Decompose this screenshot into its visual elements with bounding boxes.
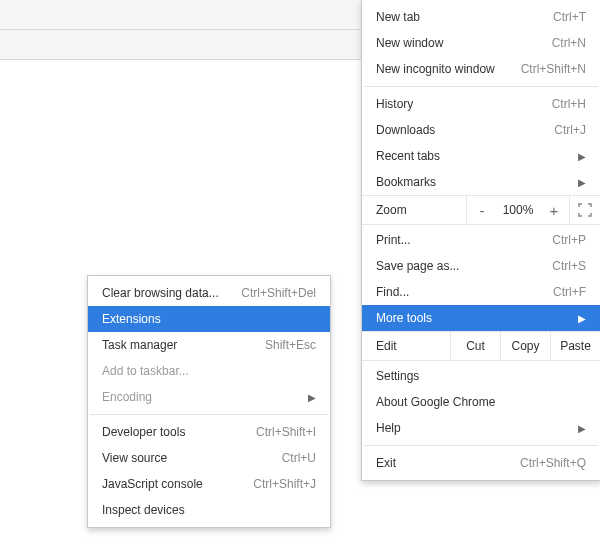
- menu-shortcut: Ctrl+N: [552, 36, 586, 50]
- zoom-in-button[interactable]: +: [539, 196, 569, 224]
- menu-label: Find...: [376, 285, 553, 299]
- menu-label: New tab: [376, 10, 553, 24]
- menu-shortcut: Ctrl+Shift+I: [256, 425, 316, 439]
- menu-label: Settings: [376, 369, 586, 383]
- menu-divider: [90, 414, 328, 415]
- menu-save-as[interactable]: Save page as...Ctrl+S: [362, 253, 600, 279]
- sub-task-manager[interactable]: Task managerShift+Esc: [88, 332, 330, 358]
- submenu-arrow-icon: ▶: [578, 177, 586, 188]
- menu-label: Task manager: [102, 338, 265, 352]
- menu-shortcut: Ctrl+Shift+N: [521, 62, 586, 76]
- menu-label: About Google Chrome: [376, 395, 586, 409]
- sub-extensions[interactable]: Extensions: [88, 306, 330, 332]
- menu-label: Bookmarks: [376, 175, 568, 189]
- copy-button[interactable]: Copy: [501, 332, 550, 360]
- sub-clear-browsing-data[interactable]: Clear browsing data...Ctrl+Shift+Del: [88, 280, 330, 306]
- menu-bookmarks[interactable]: Bookmarks▶: [362, 169, 600, 195]
- zoom-out-button[interactable]: -: [467, 196, 497, 224]
- menu-shortcut: Shift+Esc: [265, 338, 316, 352]
- menu-incognito[interactable]: New incognito windowCtrl+Shift+N: [362, 56, 600, 82]
- sub-inspect-devices[interactable]: Inspect devices: [88, 497, 330, 523]
- menu-shortcut: Ctrl+U: [282, 451, 316, 465]
- menu-shortcut: Ctrl+H: [552, 97, 586, 111]
- cut-button[interactable]: Cut: [451, 332, 500, 360]
- menu-help[interactable]: Help▶: [362, 415, 600, 441]
- menu-exit[interactable]: ExitCtrl+Shift+Q: [362, 450, 600, 476]
- zoom-level: 100%: [497, 196, 539, 224]
- menu-settings[interactable]: Settings: [362, 363, 600, 389]
- zoom-label: Zoom: [362, 196, 466, 224]
- submenu-arrow-icon: ▶: [578, 151, 586, 162]
- menu-label: JavaScript console: [102, 477, 253, 491]
- menu-history[interactable]: HistoryCtrl+H: [362, 91, 600, 117]
- menu-divider: [364, 86, 598, 87]
- menu-more-tools[interactable]: More tools▶: [362, 305, 600, 331]
- menu-label: Exit: [376, 456, 520, 470]
- submenu-arrow-icon: ▶: [308, 392, 316, 403]
- menu-label: Recent tabs: [376, 149, 568, 163]
- menu-label: Help: [376, 421, 568, 435]
- more-tools-submenu: Clear browsing data...Ctrl+Shift+Del Ext…: [87, 275, 331, 528]
- menu-zoom-row: Zoom - 100% +: [362, 195, 600, 225]
- paste-button[interactable]: Paste: [551, 332, 600, 360]
- menu-label: New incognito window: [376, 62, 521, 76]
- menu-shortcut: Ctrl+Shift+Del: [241, 286, 316, 300]
- menu-shortcut: Ctrl+P: [552, 233, 586, 247]
- menu-divider: [364, 445, 598, 446]
- menu-label: Print...: [376, 233, 552, 247]
- edit-label: Edit: [362, 332, 450, 360]
- menu-new-tab[interactable]: New tabCtrl+T: [362, 4, 600, 30]
- menu-shortcut: Ctrl+F: [553, 285, 586, 299]
- fullscreen-button[interactable]: [570, 196, 600, 224]
- sub-js-console[interactable]: JavaScript consoleCtrl+Shift+J: [88, 471, 330, 497]
- menu-recent-tabs[interactable]: Recent tabs▶: [362, 143, 600, 169]
- menu-about[interactable]: About Google Chrome: [362, 389, 600, 415]
- menu-new-window[interactable]: New windowCtrl+N: [362, 30, 600, 56]
- menu-label: More tools: [376, 311, 568, 325]
- menu-shortcut: Ctrl+T: [553, 10, 586, 24]
- fullscreen-icon: [578, 203, 592, 217]
- window-bar-2: [0, 30, 372, 60]
- menu-label: View source: [102, 451, 282, 465]
- menu-label: Downloads: [376, 123, 554, 137]
- sub-view-source[interactable]: View sourceCtrl+U: [88, 445, 330, 471]
- submenu-arrow-icon: ▶: [578, 313, 586, 324]
- menu-label: Add to taskbar...: [102, 364, 316, 378]
- menu-label: Developer tools: [102, 425, 256, 439]
- menu-label: Inspect devices: [102, 503, 316, 517]
- sub-add-to-taskbar[interactable]: Add to taskbar...: [88, 358, 330, 384]
- menu-label: Save page as...: [376, 259, 552, 273]
- menu-edit-row: Edit Cut Copy Paste: [362, 331, 600, 361]
- window-bar-1: [0, 0, 372, 30]
- menu-label: History: [376, 97, 552, 111]
- submenu-arrow-icon: ▶: [578, 423, 586, 434]
- menu-shortcut: Ctrl+Shift+J: [253, 477, 316, 491]
- menu-label: Extensions: [102, 312, 316, 326]
- menu-find[interactable]: Find...Ctrl+F: [362, 279, 600, 305]
- menu-label: Clear browsing data...: [102, 286, 241, 300]
- menu-label: Encoding: [102, 390, 298, 404]
- sub-encoding[interactable]: Encoding▶: [88, 384, 330, 410]
- sub-developer-tools[interactable]: Developer toolsCtrl+Shift+I: [88, 419, 330, 445]
- menu-downloads[interactable]: DownloadsCtrl+J: [362, 117, 600, 143]
- chrome-main-menu: New tabCtrl+T New windowCtrl+N New incog…: [361, 0, 600, 481]
- menu-label: New window: [376, 36, 552, 50]
- menu-shortcut: Ctrl+Shift+Q: [520, 456, 586, 470]
- menu-shortcut: Ctrl+J: [554, 123, 586, 137]
- menu-print[interactable]: Print...Ctrl+P: [362, 227, 600, 253]
- menu-shortcut: Ctrl+S: [552, 259, 586, 273]
